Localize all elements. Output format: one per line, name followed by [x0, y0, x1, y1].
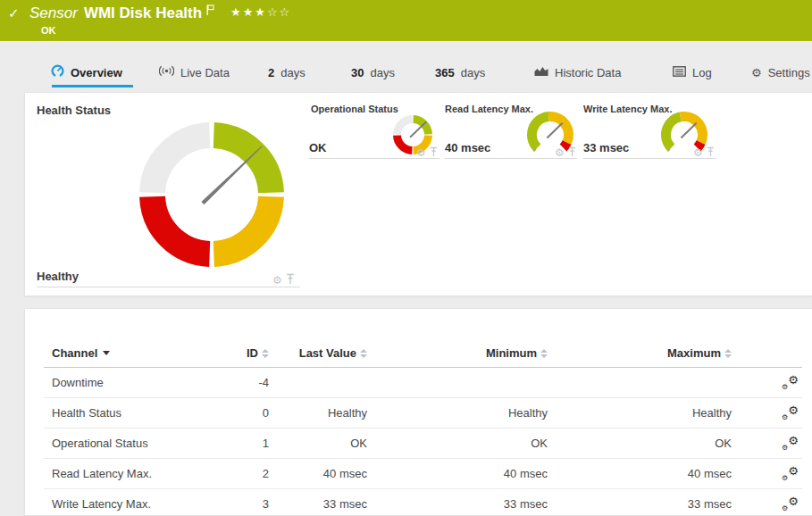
- tile-gear-icon[interactable]: ⚙: [416, 147, 426, 158]
- tab-overview-label: Overview: [71, 66, 122, 79]
- gauge-needle: [201, 146, 262, 204]
- tab-historic-data-label: Historic Data: [555, 66, 621, 79]
- cell-last-value: Healthy: [269, 406, 367, 420]
- column-header-minimum[interactable]: Minimum: [367, 346, 548, 360]
- area-chart-icon: [534, 66, 548, 79]
- tab-2-days[interactable]: 2 days: [268, 63, 306, 81]
- channel-settings-gears-icon[interactable]: ⚙⚙: [782, 497, 799, 511]
- cell-minimum: Healthy: [367, 406, 548, 420]
- tile-divider: [309, 158, 439, 159]
- cell-id: 1: [230, 437, 269, 450]
- cell-channel: Write Latency Max.: [44, 497, 230, 511]
- table-row-write-latency: Write Latency Max. 3 33 msec 33 msec 33 …: [44, 489, 802, 516]
- status-badge: OK: [41, 25, 56, 36]
- tab-historic-data[interactable]: Historic Data: [534, 63, 621, 81]
- channel-table-card: Channel ID Last Value Minimum Maximum: [24, 308, 812, 516]
- column-header-maximum-label: Maximum: [667, 346, 721, 360]
- tab-30-days-number: 30: [351, 66, 364, 79]
- cell-channel: Operational Status: [44, 437, 230, 450]
- gear-icon: ⚙: [751, 67, 762, 79]
- sort-desc-icon: [103, 351, 110, 355]
- tab-live-data-label: Live Data: [180, 66, 230, 79]
- table-row-operational-status: Operational Status 1 OK OK OK ⚙⚙: [44, 429, 802, 459]
- cell-maximum: 40 msec: [548, 467, 732, 480]
- column-header-last-value[interactable]: Last Value: [269, 346, 367, 360]
- overview-gauges-card: Health Status Healthy ⚙ Operational Stat…: [24, 92, 812, 296]
- channel-settings-gears-icon[interactable]: ⚙⚙: [782, 467, 799, 480]
- tile-divider: [445, 158, 577, 159]
- tab-365-days[interactable]: 365 days: [435, 63, 485, 81]
- table-header-row: Channel ID Last Value Minimum Maximum: [44, 339, 802, 368]
- channel-settings-gears-icon[interactable]: ⚙⚙: [782, 376, 799, 389]
- channel-settings-gears-icon[interactable]: ⚙⚙: [782, 406, 799, 420]
- cell-id: -4: [230, 376, 269, 389]
- sort-icon: [360, 349, 367, 358]
- cell-id: 3: [230, 497, 269, 511]
- tab-bar: Overview Live Data 2 days 30 days 365 da…: [0, 41, 812, 92]
- sensor-title-line: SensorWMI Disk Health: [29, 4, 214, 22]
- table-row-health-status: Health Status 0 Healthy Healthy Healthy …: [44, 398, 802, 429]
- gauge-needle: [547, 123, 562, 138]
- cell-id: 0: [230, 406, 269, 420]
- sensor-header: ✓ SensorWMI Disk Health ★★★☆☆ OK: [0, 0, 812, 41]
- column-header-id[interactable]: ID: [230, 346, 269, 360]
- cell-channel: Downtime: [44, 376, 230, 389]
- write-latency-title: Write Latency Max.: [583, 104, 672, 114]
- cell-minimum: 40 msec: [367, 467, 548, 480]
- tile-gear-icon[interactable]: ⚙: [272, 275, 282, 286]
- read-latency-title: Read Latency Max.: [445, 104, 533, 114]
- cell-last-value: 33 msec: [269, 497, 367, 511]
- column-header-channel-label: Channel: [52, 346, 97, 360]
- tile-gear-icon[interactable]: ⚙: [693, 147, 703, 158]
- cell-last-value: 40 msec: [269, 467, 367, 480]
- tile-divider: [583, 158, 716, 159]
- tab-settings[interactable]: ⚙ Settings: [751, 63, 810, 81]
- operational-status-value: OK: [309, 141, 327, 154]
- cell-maximum: 33 msec: [548, 497, 732, 511]
- flag-icon[interactable]: [206, 3, 214, 21]
- gauge-tab-icon: [51, 64, 64, 80]
- gauge-needle: [681, 123, 696, 138]
- channel-settings-gears-icon[interactable]: ⚙⚙: [782, 437, 799, 450]
- cell-last-value: OK: [269, 437, 367, 450]
- cell-channel: Health Status: [44, 406, 230, 420]
- sort-icon: [262, 349, 269, 358]
- column-header-minimum-label: Minimum: [486, 346, 537, 360]
- tab-live-data[interactable]: Live Data: [159, 63, 230, 81]
- cell-maximum: Healthy: [548, 406, 732, 420]
- tab-365-days-label: days: [461, 66, 485, 79]
- sort-icon: [540, 349, 548, 358]
- tab-365-days-number: 365: [435, 66, 455, 79]
- prtg-sensor-page: ✓ SensorWMI Disk Health ★★★☆☆ OK Overvie…: [0, 0, 812, 516]
- log-list-icon: [673, 66, 686, 79]
- channel-table: Channel ID Last Value Minimum Maximum: [44, 339, 802, 516]
- cell-id: 2: [230, 467, 269, 480]
- cell-channel: Read Latency Max.: [44, 467, 230, 480]
- tab-2-days-number: 2: [268, 66, 274, 79]
- read-latency-value: 40 msec: [445, 141, 490, 154]
- operational-status-title: Operational Status: [311, 104, 398, 114]
- tab-30-days-label: days: [370, 66, 394, 79]
- health-status-gauge: [131, 114, 292, 275]
- tab-overview[interactable]: Overview: [51, 63, 122, 81]
- tab-settings-label: Settings: [768, 66, 810, 79]
- tab-30-days[interactable]: 30 days: [351, 63, 395, 81]
- table-row-downtime: Downtime -4 ⚙⚙: [44, 368, 802, 398]
- table-row-read-latency: Read Latency Max. 2 40 msec 40 msec 40 m…: [44, 459, 802, 489]
- tile-divider: [37, 287, 300, 287]
- active-tab-underline: [52, 85, 133, 87]
- cell-minimum: OK: [367, 437, 548, 450]
- tab-log[interactable]: Log: [673, 63, 712, 81]
- tile-gear-icon[interactable]: ⚙: [555, 147, 565, 158]
- column-header-maximum[interactable]: Maximum: [548, 346, 732, 360]
- priority-stars[interactable]: ★★★☆☆: [230, 5, 291, 19]
- status-check-icon: ✓: [8, 5, 20, 21]
- page-title: WMI Disk Health: [84, 4, 202, 21]
- tab-2-days-label: days: [280, 66, 305, 79]
- cell-minimum: 33 msec: [367, 497, 548, 511]
- cell-maximum: OK: [548, 437, 732, 450]
- sensor-title-prefix: Sensor: [29, 4, 78, 21]
- column-header-channel[interactable]: Channel: [44, 346, 230, 360]
- health-status-title: Health Status: [37, 104, 111, 117]
- column-header-id-label: ID: [247, 346, 258, 360]
